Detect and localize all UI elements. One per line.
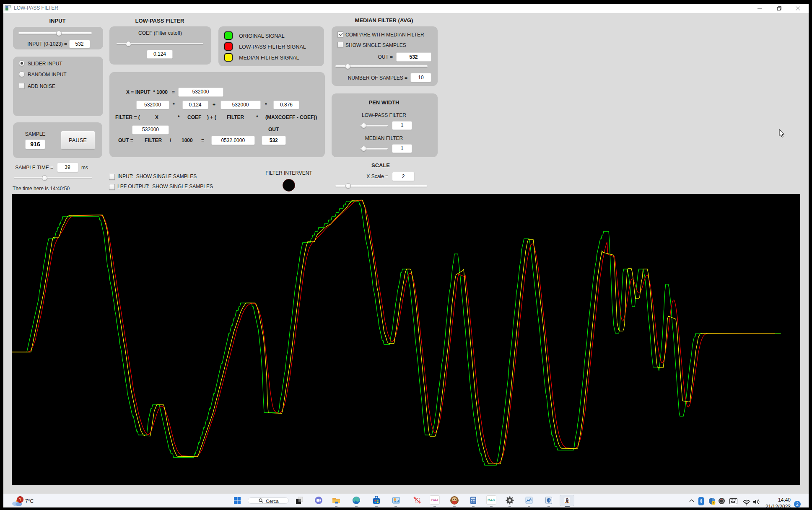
svg-text:!: ! xyxy=(713,502,714,505)
